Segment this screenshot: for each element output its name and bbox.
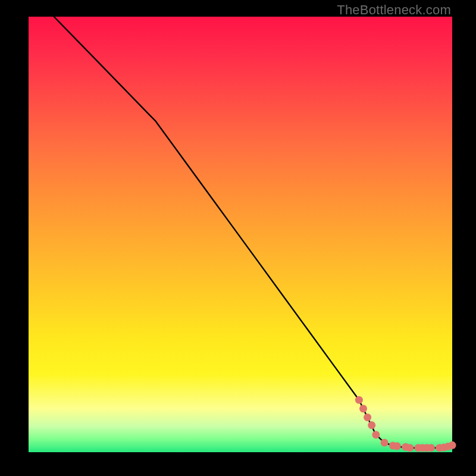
highlight-dot [355,396,363,404]
highlight-dot [449,441,456,449]
highlight-dot [381,439,389,446]
series-layer [29,17,452,452]
highlight-dot [393,442,401,450]
highlight-dot [406,444,414,452]
bottleneck-curve-line [54,17,452,448]
highlight-dot [359,405,367,412]
watermark-label: TheBottleneck.com [337,2,451,18]
highlight-dot [427,444,435,452]
highlight-dot [372,431,380,439]
plot-area [29,17,452,452]
chart-frame: TheBottleneck.com [0,0,476,476]
best-match-points [355,396,456,452]
highlight-dot [368,421,375,429]
highlight-dot [364,414,371,421]
